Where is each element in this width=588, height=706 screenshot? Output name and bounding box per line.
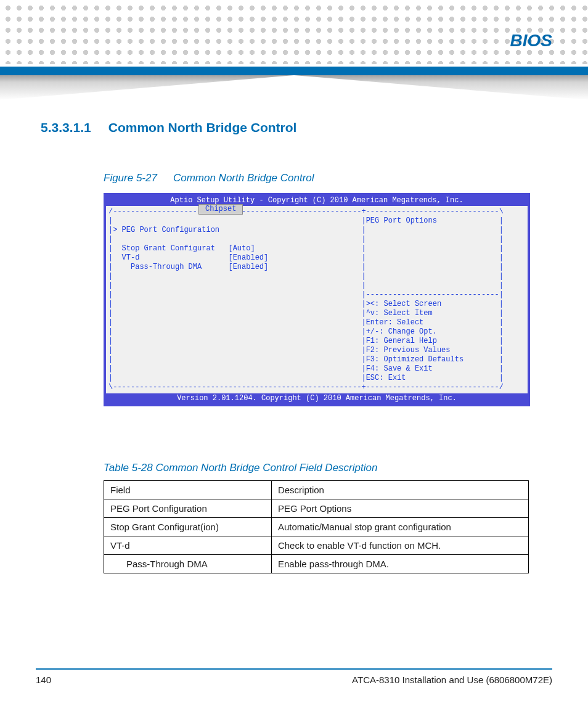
- bios-header: Aptio Setup Utility - Copyright (C) 2010…: [106, 195, 528, 206]
- table-cell: PEG Port Options: [271, 499, 528, 518]
- header-rule: [0, 67, 588, 75]
- header-shadow: [0, 75, 588, 100]
- table-cell: Automatic/Manual stop grant configuratio…: [271, 518, 528, 536]
- field-description-table: FieldDescriptionPEG Port ConfigurationPE…: [104, 480, 529, 573]
- table-cell: Stop Grant Configurat(ion): [104, 518, 272, 536]
- bios-footer: Version 2.01.1204. Copyright (C) 2010 Am…: [106, 393, 528, 404]
- table-cell: Check to enable VT-d function on MCH.: [271, 536, 528, 555]
- page-number: 140: [36, 675, 51, 685]
- figure-title: Common North Bridge Control: [173, 172, 314, 184]
- page-footer: 140 ATCA-8310 Installation and Use (6806…: [36, 668, 552, 685]
- table-header-cell: Description: [271, 481, 528, 499]
- table-header-cell: Field: [104, 481, 272, 499]
- bios-body: /---------------------------------------…: [106, 206, 528, 393]
- table-cell: VT-d: [104, 536, 272, 555]
- section-number: 5.3.3.1.1: [41, 120, 91, 135]
- bios-tab: Chipset: [198, 204, 243, 215]
- chapter-title: BIOS: [510, 31, 552, 51]
- bios-screenshot: Aptio Setup Utility - Copyright (C) 2010…: [104, 193, 530, 406]
- bios-header-text: Aptio Setup Utility - Copyright (C) 2010…: [170, 196, 463, 205]
- header-pattern: [0, 0, 588, 64]
- table-cell: Enable pass-through DMA.: [271, 555, 528, 573]
- table-caption: Table 5-28 Common North Bridge Control F…: [104, 462, 552, 474]
- page-content: 5.3.3.1.1 Common North Bridge Control Fi…: [0, 108, 588, 663]
- figure-label: Figure 5-27: [104, 172, 157, 184]
- table-cell: PEG Port Configuration: [104, 499, 272, 518]
- document-id: ATCA-8310 Installation and Use (6806800M…: [352, 675, 552, 685]
- figure-caption: Figure 5-27Common North Bridge Control: [104, 172, 552, 184]
- table-cell: Pass-Through DMA: [104, 555, 272, 573]
- section-title: Common North Bridge Control: [108, 120, 297, 135]
- section-heading: 5.3.3.1.1 Common North Bridge Control: [41, 120, 552, 135]
